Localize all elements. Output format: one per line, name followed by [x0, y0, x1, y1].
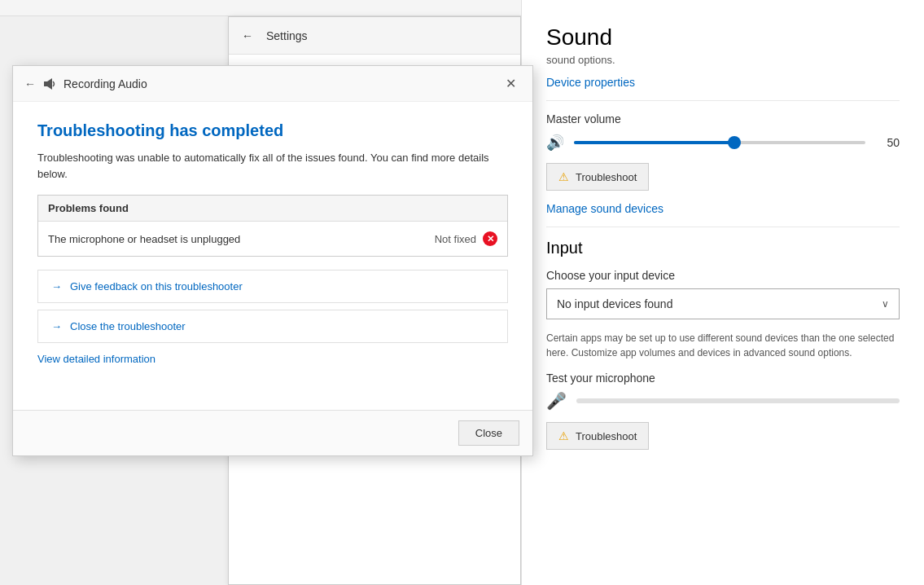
troubleshoot-label-1: Troubleshoot [576, 171, 637, 183]
view-detail-link[interactable]: View detailed information [37, 353, 155, 365]
modal-footer: Close [13, 410, 532, 455]
settings-titlebar: ← Settings [229, 17, 520, 55]
input-device-value: No input devices found [557, 297, 672, 310]
mic-level-bar [576, 398, 900, 403]
settings-title: Settings [266, 29, 308, 42]
arrow-icon-close: → [51, 320, 62, 332]
problem-text: The microphone or headset is unplugged [48, 233, 240, 245]
modal-header: ← Recording Audio ✕ [13, 66, 532, 102]
volume-slider[interactable] [574, 134, 865, 151]
svg-marker-1 [47, 78, 52, 90]
device-properties-link[interactable]: Device properties [546, 76, 635, 89]
settings-back-button[interactable]: ← [239, 26, 256, 46]
input-hint: Certain apps may be set up to use differ… [546, 331, 900, 360]
modal-back-button[interactable]: ← [24, 77, 36, 90]
troubleshoot-button-2[interactable]: ⚠ Troubleshoot [546, 422, 649, 450]
troubleshoot-button-1[interactable]: ⚠ Troubleshoot [546, 163, 649, 191]
test-mic-label: Test your microphone [546, 372, 900, 385]
sound-title: Sound [546, 24, 900, 51]
divider-2 [546, 227, 900, 227]
feedback-link-row[interactable]: → Give feedback on this troubleshooter [37, 270, 508, 303]
input-device-dropdown[interactable]: No input devices found ∨ [546, 288, 900, 319]
problems-header: Problems found [38, 196, 507, 222]
mic-row: 🎤 [546, 391, 900, 411]
volume-icon: 🔊 [546, 134, 564, 152]
volume-fill [574, 141, 734, 144]
not-fixed-label: Not fixed [435, 233, 476, 245]
modal-body: Troubleshooting has completed Troublesho… [13, 102, 532, 410]
input-header: Input [546, 239, 900, 257]
close-troubleshooter-label: Close the troubleshooter [70, 320, 186, 332]
master-volume-label: Master volume [546, 112, 900, 125]
input-device-label: Choose your input device [546, 269, 900, 282]
microphone-icon: 🎤 [546, 391, 567, 411]
warn-icon-1: ⚠ [558, 170, 569, 183]
speaker-icon [42, 77, 57, 91]
troubleshooter-modal: ← Recording Audio ✕ Troubleshooting has … [12, 65, 533, 456]
feedback-link-label: Give feedback on this troubleshooter [70, 280, 243, 292]
modal-complete-title: Troubleshooting has completed [37, 121, 508, 140]
sound-subtitle: sound options. [546, 54, 900, 66]
modal-header-left: ← Recording Audio [24, 77, 147, 91]
divider-1 [546, 100, 900, 101]
volume-row: 🔊 50 [546, 134, 900, 152]
manage-sound-link[interactable]: Manage sound devices [546, 202, 663, 215]
modal-description: Troubleshooting was unable to automatica… [37, 150, 508, 182]
error-icon: ✕ [483, 231, 497, 246]
chevron-down-icon: ∨ [882, 298, 889, 310]
problem-status: Not fixed ✕ [435, 231, 497, 246]
volume-thumb[interactable] [728, 136, 741, 149]
warn-icon-2: ⚠ [558, 429, 569, 442]
volume-value: 50 [875, 136, 900, 149]
modal-close-x-button[interactable]: ✕ [501, 74, 521, 93]
modal-title: Recording Audio [63, 77, 147, 90]
modal-footer-close-button[interactable]: Close [458, 420, 519, 446]
svg-rect-0 [44, 81, 47, 86]
sound-panel: Sound sound options. Device properties M… [521, 0, 924, 585]
problem-row: The microphone or headset is unplugged N… [38, 222, 507, 256]
troubleshoot-label-2: Troubleshoot [576, 430, 637, 442]
close-troubleshooter-link-row[interactable]: → Close the troubleshooter [37, 310, 508, 343]
volume-track [574, 141, 865, 144]
problems-box: Problems found The microphone or headset… [37, 195, 508, 257]
arrow-icon-feedback: → [51, 280, 62, 292]
